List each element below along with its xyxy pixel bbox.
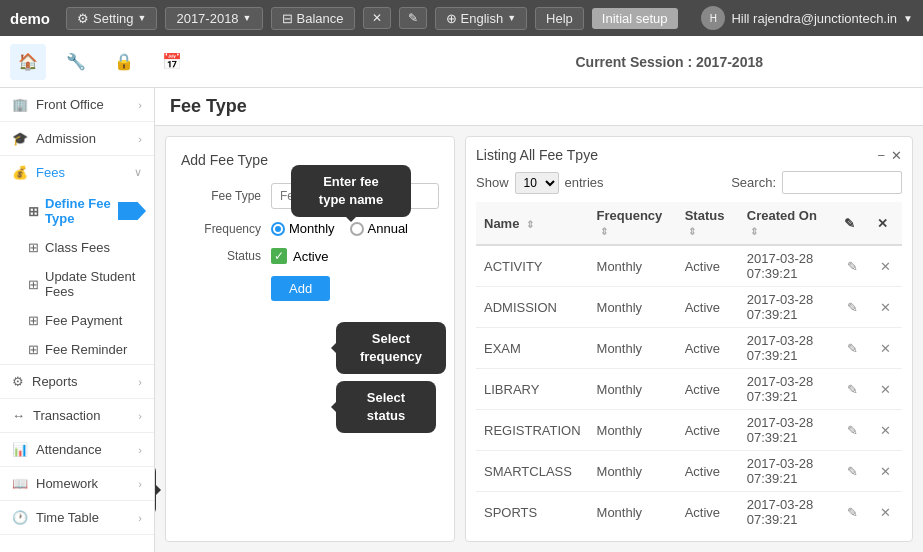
chevron-right-icon: › <box>138 99 142 111</box>
fee-type-input[interactable] <box>271 183 439 209</box>
status-checkbox[interactable]: ✓ <box>271 248 287 264</box>
sidebar-item-define-fee-type[interactable]: ⊞ Define Fee Type <box>0 189 154 233</box>
cell-delete[interactable]: ✕ <box>869 287 902 328</box>
pencil-button[interactable]: ✎ <box>399 7 427 29</box>
annual-radio[interactable] <box>350 222 364 236</box>
sidebar-item-homework[interactable]: 📖 Homework › <box>0 467 154 500</box>
cell-edit[interactable]: ✎ <box>836 369 869 410</box>
frontoffice-icon: 🏢 <box>12 97 28 112</box>
sidebar-item-timetable[interactable]: 🕐 Time Table › <box>0 501 154 534</box>
cell-name: REGISTRATION <box>476 410 589 451</box>
add-fee-type-panel: Add Fee Type Fee Type Frequency Monthly <box>165 136 455 542</box>
table-controls: Show 10 25 50 entries Search: <box>476 171 902 194</box>
cell-edit[interactable]: ✎ <box>836 492 869 532</box>
search-input[interactable] <box>782 171 902 194</box>
help-button[interactable]: Help <box>535 7 584 30</box>
cell-delete[interactable]: ✕ <box>869 492 902 532</box>
cell-delete[interactable]: ✕ <box>869 328 902 369</box>
sidebar-item-fee-payment[interactable]: ⊞ Fee Payment <box>0 306 154 335</box>
cell-delete[interactable]: ✕ <box>869 410 902 451</box>
cell-delete[interactable]: ✕ <box>869 245 902 287</box>
tools-icon-button[interactable]: 🔧 <box>58 44 94 80</box>
chevron-right-icon: › <box>138 512 142 524</box>
monthly-radio[interactable] <box>271 222 285 236</box>
minimize-icon[interactable]: − <box>877 148 885 163</box>
edit-icon[interactable]: ✎ <box>847 259 858 274</box>
sidebar-item-admission[interactable]: 🎓 Admission › <box>0 122 154 155</box>
edit-icon[interactable]: ✎ <box>847 464 858 479</box>
status-row: Status ✓ Active <box>181 248 439 264</box>
table-row: LIBRARY Monthly Active 2017-03-28 07:39:… <box>476 369 902 410</box>
delete-icon[interactable]: ✕ <box>880 259 891 274</box>
edit-icon[interactable]: ✎ <box>847 505 858 520</box>
cell-name: ADMISSION <box>476 287 589 328</box>
delete-icon[interactable]: ✕ <box>880 382 891 397</box>
sort-icon[interactable]: ⇕ <box>688 226 696 237</box>
sort-icon[interactable]: ⇕ <box>600 226 608 237</box>
sidebar-item-fees[interactable]: 💰 Fees ∨ <box>0 156 154 189</box>
edit-button[interactable]: ✕ <box>363 7 391 29</box>
chevron-right-icon: › <box>138 410 142 422</box>
year-button[interactable]: 2017-2018 ▼ <box>165 7 262 30</box>
cell-delete[interactable]: ✕ <box>869 451 902 492</box>
cell-name: LIBRARY <box>476 369 589 410</box>
balance-button[interactable]: ⊟ Balance <box>271 7 355 30</box>
cell-edit[interactable]: ✎ <box>836 410 869 451</box>
cell-edit[interactable]: ✎ <box>836 451 869 492</box>
setting-button[interactable]: ⚙ Setting ▼ <box>66 7 157 30</box>
chevron-right-icon: › <box>138 133 142 145</box>
sidebar-item-frontoffice[interactable]: 🏢 Front Office › <box>0 88 154 121</box>
add-button-row: Add <box>271 276 439 301</box>
home-icon-button[interactable]: 🏠 <box>10 44 46 80</box>
page-title: Fee Type <box>170 96 247 117</box>
annotation-select-frequency: Select frequency <box>336 322 446 374</box>
add-button[interactable]: Add <box>271 276 330 301</box>
sidebar-section-homework: 📖 Homework › <box>0 467 154 501</box>
cell-edit[interactable]: ✎ <box>836 328 869 369</box>
sidebar-section-frontoffice: 🏢 Front Office › <box>0 88 154 122</box>
delete-icon[interactable]: ✕ <box>880 505 891 520</box>
sidebar-item-update-student-fees[interactable]: ⊞ Update Student Fees <box>0 262 154 306</box>
sort-icon[interactable]: ⇕ <box>750 226 758 237</box>
delete-icon[interactable]: ✕ <box>880 341 891 356</box>
icon-navigation: 🏠 🔧 🔒 📅 Current Session : 2017-2018 <box>0 36 923 88</box>
chevron-down-icon: ∨ <box>134 166 142 179</box>
sidebar-item-attendance[interactable]: 📊 Attendance › <box>0 433 154 466</box>
fee-type-label: Fee Type <box>181 189 261 203</box>
col-created-on: Created On ⇕ <box>739 202 836 245</box>
calendar-icon-button[interactable]: 📅 <box>154 44 190 80</box>
cell-delete[interactable]: ✕ <box>869 369 902 410</box>
sidebar-item-fee-reminder[interactable]: ⊞ Fee Reminder <box>0 335 154 364</box>
lock-icon-button[interactable]: 🔒 <box>106 44 142 80</box>
table-row: REGISTRATION Monthly Active 2017-03-28 0… <box>476 410 902 451</box>
delete-icon[interactable]: ✕ <box>880 464 891 479</box>
english-button[interactable]: ⊕ English ▼ <box>435 7 528 30</box>
cell-edit[interactable]: ✎ <box>836 245 869 287</box>
entries-select[interactable]: 10 25 50 <box>515 172 559 194</box>
edit-icon[interactable]: ✎ <box>847 341 858 356</box>
annual-option[interactable]: Annual <box>350 221 408 236</box>
monthly-option[interactable]: Monthly <box>271 221 335 236</box>
sidebar-item-transaction[interactable]: ↔ Transaction › <box>0 399 154 432</box>
sort-icon[interactable]: ⇕ <box>526 219 534 230</box>
initial-setup-button[interactable]: Initial setup <box>592 8 678 29</box>
attendance-icon: 📊 <box>12 442 28 457</box>
close-icon[interactable]: ✕ <box>891 148 902 163</box>
edit-icon[interactable]: ✎ <box>847 300 858 315</box>
cell-edit[interactable]: ✎ <box>836 287 869 328</box>
edit-icon[interactable]: ✎ <box>847 382 858 397</box>
balance-icon: ⊟ <box>282 11 293 26</box>
cell-status: Active <box>677 328 739 369</box>
delete-icon[interactable]: ✕ <box>880 423 891 438</box>
transaction-icon: ↔ <box>12 408 25 423</box>
cell-created-on: 2017-03-28 07:39:21 <box>739 245 836 287</box>
cell-created-on: 2017-03-28 07:39:21 <box>739 451 836 492</box>
cell-created-on: 2017-03-28 07:39:21 <box>739 328 836 369</box>
sidebar-item-reports[interactable]: ⚙ Reports › <box>0 365 154 398</box>
cell-name: ACTIVITY <box>476 245 589 287</box>
app-brand: demo <box>10 10 50 27</box>
edit-icon[interactable]: ✎ <box>847 423 858 438</box>
sidebar-section-transaction: ↔ Transaction › <box>0 399 154 433</box>
delete-icon[interactable]: ✕ <box>880 300 891 315</box>
sidebar-item-class-fees[interactable]: ⊞ Class Fees <box>0 233 154 262</box>
